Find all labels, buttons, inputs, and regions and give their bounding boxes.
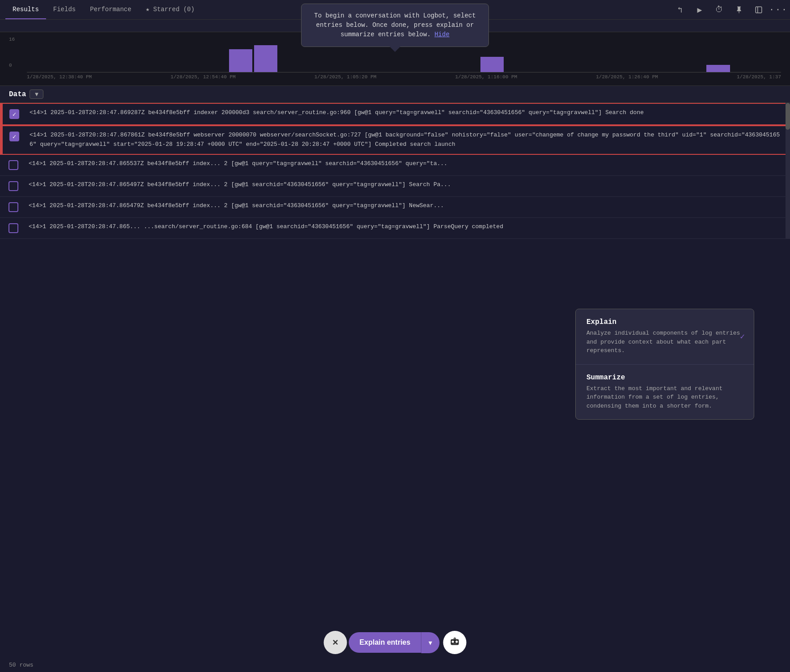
row-checkbox[interactable] bbox=[8, 202, 18, 212]
data-title: Data bbox=[9, 90, 26, 98]
pin-icon[interactable] bbox=[733, 4, 745, 16]
log-row: <14>1 2025-01-28T20:28:47.865497Z be434f… bbox=[0, 176, 790, 197]
svg-rect-6 bbox=[452, 643, 457, 644]
toolbar-actions: ↰ ▶ ⏱ ··· bbox=[674, 4, 785, 16]
chart-bar bbox=[480, 57, 504, 72]
row-checkbox[interactable] bbox=[9, 132, 19, 141]
play-icon[interactable]: ▶ bbox=[693, 4, 706, 16]
row-checkbox[interactable] bbox=[9, 109, 19, 119]
log-row: <14>1 2025-01-28T20:28:47.865537Z be434f… bbox=[0, 155, 790, 176]
tab-bar: Results Fields Performance ★ Starred (0)… bbox=[0, 0, 790, 20]
tooltip-balloon: To begin a conversation with Logbot, sel… bbox=[301, 4, 489, 47]
log-row: <14>1 2025-01-28T20:28:47.865479Z be434f… bbox=[0, 197, 790, 218]
chart-x-labels: 1/28/2025, 12:38:40 PM1/28/2025, 12:54:4… bbox=[27, 72, 781, 81]
tab-performance[interactable]: Performance bbox=[83, 0, 138, 19]
chart-bar bbox=[706, 65, 730, 73]
context-menu-item[interactable]: SummarizeExtract the most important and … bbox=[576, 365, 754, 420]
reply-icon[interactable]: ↰ bbox=[674, 4, 686, 16]
context-menu-title: Summarize bbox=[586, 374, 743, 382]
chart-x-label: 1/28/2025, 12:54:40 PM bbox=[170, 74, 235, 80]
row-selected-bar bbox=[1, 126, 3, 154]
context-menu-checkmark: ✓ bbox=[740, 332, 745, 341]
log-table-container: <14>1 2025-01-28T20:28:47.869287Z be434f… bbox=[0, 103, 790, 239]
row-check-cell bbox=[0, 155, 27, 175]
row-content: <14>1 2025-01-28T20:28:47.867861Z be434f… bbox=[28, 126, 789, 154]
log-row: <14>1 2025-01-28T20:28:47.865... ...sear… bbox=[0, 218, 790, 239]
svg-point-8 bbox=[454, 637, 455, 638]
chart-x-label: 1/28/2025, 1:26:40 PM bbox=[596, 74, 658, 80]
chart-x-label: 1/28/2025, 1:16:00 PM bbox=[455, 74, 517, 80]
row-check-cell bbox=[1, 104, 28, 124]
row-check-cell bbox=[0, 176, 27, 196]
more-icon[interactable]: ··· bbox=[772, 4, 785, 16]
chart-bar bbox=[254, 45, 277, 72]
log-row: <14>1 2025-01-28T20:28:47.867861Z be434f… bbox=[0, 125, 790, 155]
svg-rect-0 bbox=[756, 7, 762, 13]
chart-x-label: 1/28/2025, 1:37 bbox=[737, 74, 781, 80]
row-content: <14>1 2025-01-28T20:28:47.865497Z be434f… bbox=[27, 176, 790, 194]
row-content: <14>1 2025-01-28T20:28:47.865... ...sear… bbox=[27, 218, 790, 236]
tab-fields[interactable]: Fields bbox=[46, 0, 83, 19]
chart-baseline bbox=[27, 72, 781, 72]
tooltip-hide-button[interactable]: Hide bbox=[434, 31, 450, 38]
chart-y-axis: 16 0 bbox=[9, 37, 15, 68]
row-content: <14>1 2025-01-28T20:28:47.865479Z be434f… bbox=[27, 197, 790, 215]
log-table: <14>1 2025-01-28T20:28:47.869287Z be434f… bbox=[0, 103, 790, 239]
row-check-cell bbox=[1, 126, 28, 147]
context-menu-title: Explain bbox=[586, 318, 743, 326]
scrollbar-track[interactable] bbox=[786, 103, 790, 239]
context-menu-desc: Extract the most important and relevant … bbox=[586, 384, 743, 411]
sidebar-icon[interactable] bbox=[752, 4, 765, 16]
chart-bar bbox=[229, 49, 252, 73]
svg-point-5 bbox=[455, 641, 458, 643]
context-menu-item[interactable]: ExplainAnalyze individual components of … bbox=[576, 309, 754, 365]
data-dropdown-button[interactable]: ▼ bbox=[30, 89, 43, 99]
svg-point-4 bbox=[452, 641, 454, 643]
data-header: Data ▼ bbox=[0, 86, 790, 103]
tab-results[interactable]: Results bbox=[5, 0, 46, 19]
scrollbar-thumb[interactable] bbox=[786, 103, 790, 130]
action-bar: × Explain entries ▾ bbox=[324, 631, 467, 654]
context-menu-desc: Analyze individual components of log ent… bbox=[586, 329, 743, 355]
log-row: <14>1 2025-01-28T20:28:47.869287Z be434f… bbox=[0, 103, 790, 125]
row-checkbox[interactable] bbox=[8, 160, 18, 170]
bot-avatar bbox=[443, 631, 466, 654]
footer: 50 rows bbox=[0, 658, 42, 672]
chart-x-label: 1/28/2025, 12:38:40 PM bbox=[27, 74, 92, 80]
explain-entries-button[interactable]: Explain entries bbox=[349, 632, 421, 653]
tab-starred[interactable]: ★ Starred (0) bbox=[139, 0, 202, 19]
row-selected-bar bbox=[1, 104, 3, 124]
row-check-cell bbox=[0, 218, 27, 238]
context-menu: ExplainAnalyze individual components of … bbox=[575, 309, 754, 420]
row-content: <14>1 2025-01-28T20:28:47.869287Z be434f… bbox=[28, 104, 789, 122]
action-close-button[interactable]: × bbox=[324, 631, 347, 654]
row-check-cell bbox=[0, 197, 27, 217]
explain-entries-dropdown[interactable]: ▾ bbox=[421, 632, 439, 653]
row-checkbox[interactable] bbox=[8, 223, 18, 233]
row-content: <14>1 2025-01-28T20:28:47.865537Z be434f… bbox=[27, 155, 790, 173]
row-checkbox[interactable] bbox=[8, 181, 18, 191]
timer-icon[interactable]: ⏱ bbox=[713, 4, 726, 16]
chart-x-label: 1/28/2025, 1:05:20 PM bbox=[314, 74, 377, 80]
